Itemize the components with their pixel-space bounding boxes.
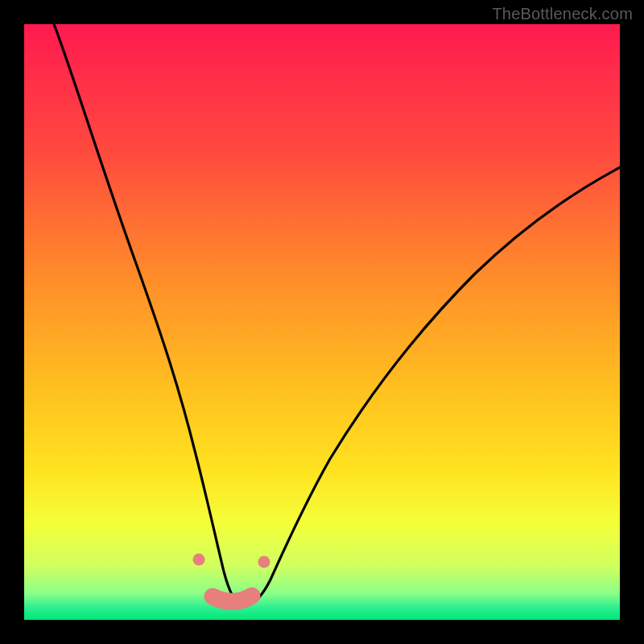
- watermark-text: TheBottleneck.com: [492, 5, 633, 23]
- valley-marker-thick: [213, 596, 252, 601]
- gradient-background: [24, 24, 620, 620]
- chart-frame: TheBottleneck.com: [0, 0, 644, 644]
- plot-area: [24, 24, 620, 620]
- valley-endpoint-right: [258, 556, 270, 568]
- valley-endpoint-left: [193, 554, 205, 566]
- chart-svg: [24, 24, 620, 620]
